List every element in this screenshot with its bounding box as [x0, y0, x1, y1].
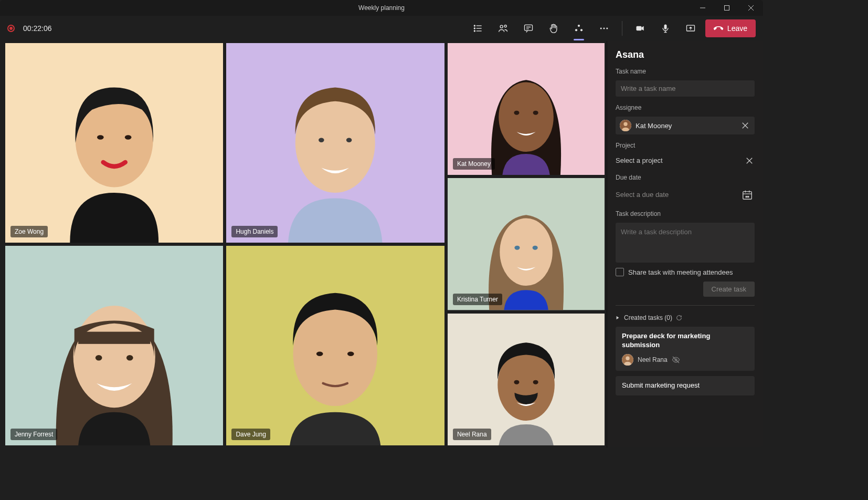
asana-panel: Asana Task name Assignee Kat Mooney Proj…: [607, 41, 763, 447]
assignee-value: Kat Mooney: [636, 122, 672, 130]
svg-point-40: [532, 246, 537, 250]
svg-rect-47: [743, 191, 752, 199]
assignee-label: Assignee: [616, 104, 755, 111]
window-title: Weekly planning: [358, 4, 405, 12]
titlebar: Weekly planning: [0, 0, 763, 16]
video-tile-kristina[interactable]: Kristina Turner: [448, 178, 605, 310]
svg-point-28: [126, 355, 133, 361]
task-name-label: Task name: [616, 68, 755, 75]
panel-title: Asana: [616, 49, 755, 60]
svg-point-4: [500, 25, 503, 28]
video-tile-jenny[interactable]: Jenny Forrest: [5, 246, 223, 445]
list-icon[interactable]: [468, 18, 489, 39]
svg-point-19: [125, 135, 132, 139]
participant-name: Dave Jung: [231, 429, 270, 440]
svg-point-46: [623, 122, 627, 126]
video-tile-hugh[interactable]: Hugh Daniels: [226, 43, 444, 243]
divider: [616, 305, 755, 306]
svg-point-23: [346, 138, 352, 142]
participant-name: Jenny Forrest: [10, 429, 57, 440]
participant-name: Kat Mooney: [453, 158, 495, 170]
project-field[interactable]: Select a project: [616, 154, 755, 166]
video-tile-kat[interactable]: Kat Mooney: [448, 43, 605, 175]
svg-point-39: [514, 246, 520, 250]
people-icon[interactable]: [493, 18, 514, 39]
created-tasks-label: Created tasks (0): [624, 314, 672, 321]
calendar-icon[interactable]: [740, 188, 755, 202]
task-name-input[interactable]: [616, 80, 755, 97]
avatar: [620, 120, 631, 131]
share-screen-icon[interactable]: [680, 18, 701, 39]
svg-point-10: [600, 28, 602, 29]
svg-point-36: [533, 111, 538, 115]
maximize-button[interactable]: [715, 0, 739, 16]
clear-project-icon[interactable]: [744, 157, 755, 164]
camera-icon[interactable]: [630, 18, 651, 39]
project-placeholder: Select a project: [616, 157, 663, 164]
participant-name: Zoe Wong: [10, 226, 48, 237]
minimize-button[interactable]: [691, 0, 715, 16]
toolbar-divider: [622, 21, 622, 36]
task-meta: Neel Rana: [622, 354, 748, 366]
clear-assignee-icon[interactable]: [740, 122, 750, 129]
task-title: Prepare deck for marketing submission: [622, 332, 748, 350]
recording-time: 00:22:06: [23, 24, 52, 33]
assignee-field[interactable]: Kat Mooney: [616, 117, 755, 134]
task-description-label: Task description: [616, 210, 755, 217]
svg-point-1: [474, 25, 475, 26]
video-tile-dave[interactable]: Dave Jung: [226, 246, 444, 445]
svg-point-9: [580, 29, 583, 31]
svg-point-18: [97, 135, 104, 139]
svg-point-2: [474, 28, 475, 29]
task-assignee: Neel Rana: [638, 356, 668, 363]
chat-icon[interactable]: [518, 18, 539, 39]
svg-point-22: [319, 138, 324, 142]
svg-point-49: [626, 356, 629, 360]
refresh-icon[interactable]: [675, 314, 683, 321]
svg-point-7: [578, 25, 580, 27]
due-date-input[interactable]: [616, 186, 736, 203]
svg-point-5: [504, 25, 506, 27]
participant-name: Hugh Daniels: [231, 226, 278, 237]
video-tile-neel[interactable]: Neel Rana: [448, 314, 605, 445]
leave-button[interactable]: Leave: [705, 19, 756, 37]
meeting-toolbar: 00:22:06 Leave: [0, 16, 763, 41]
eye-off-icon: [672, 356, 680, 364]
svg-point-3: [474, 30, 475, 32]
svg-point-34: [499, 82, 554, 152]
task-card[interactable]: Prepare deck for marketing submission Ne…: [616, 327, 755, 371]
main-area: Zoe Wong Hugh Daniels: [0, 41, 763, 447]
svg-rect-26: [78, 332, 150, 344]
svg-rect-6: [524, 25, 532, 30]
share-task-checkbox-row[interactable]: Share task with meeting attendees: [616, 268, 755, 276]
svg-point-32: [347, 352, 354, 356]
created-tasks-header[interactable]: Created tasks (0): [616, 314, 755, 321]
participant-name: Kristina Turner: [453, 294, 502, 305]
svg-rect-13: [636, 26, 641, 30]
share-task-label: Share task with meeting attendees: [628, 268, 733, 276]
svg-point-11: [603, 28, 605, 29]
raise-hand-icon[interactable]: [543, 18, 564, 39]
chevron-right-icon: [616, 314, 621, 321]
task-title: Submit marketing request: [622, 381, 748, 390]
participant-name: Neel Rana: [453, 429, 491, 440]
svg-point-38: [500, 218, 553, 286]
close-button[interactable]: [739, 0, 763, 16]
project-label: Project: [616, 142, 755, 149]
video-grid: Zoe Wong Hugh Daniels: [0, 41, 607, 447]
task-card[interactable]: Submit marketing request: [616, 376, 755, 395]
create-task-button[interactable]: Create task: [703, 282, 755, 297]
more-icon[interactable]: [594, 18, 615, 39]
recording-icon: [7, 25, 15, 32]
due-date-label: Due date: [616, 174, 755, 181]
svg-point-44: [533, 380, 538, 384]
microphone-icon[interactable]: [655, 18, 676, 39]
task-description-input[interactable]: [616, 223, 755, 263]
svg-point-27: [96, 355, 102, 361]
apps-icon[interactable]: [568, 18, 589, 39]
svg-point-35: [514, 111, 519, 115]
video-tile-zoe[interactable]: Zoe Wong: [5, 43, 223, 243]
leave-label: Leave: [727, 24, 747, 33]
checkbox-icon[interactable]: [616, 268, 624, 276]
svg-point-8: [575, 29, 577, 31]
